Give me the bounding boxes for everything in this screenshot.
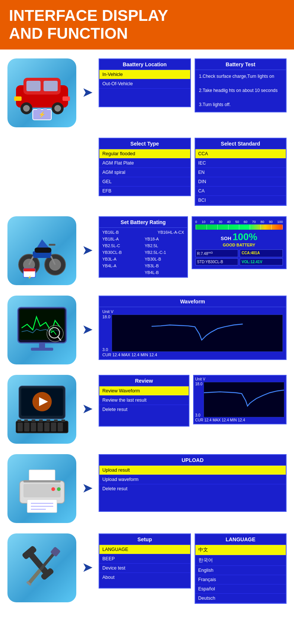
battery-location-in-vehicle[interactable]: In-Vehicle [99,70,190,79]
review-last-result[interactable]: Review the last result [99,396,189,405]
upload-icon-box [7,454,76,523]
svg-rect-9 [63,96,70,101]
svg-rect-45 [17,420,21,422]
std-bci[interactable]: BCI [195,196,286,205]
rating-item: YB30CL-B [102,249,143,255]
waveform-min: 3.0 [102,347,110,352]
upload-delete[interactable]: Delete resut [99,484,286,493]
svg-rect-46 [24,420,28,422]
review-footer: CUR 12.4 MAX 12.4 MIN 12.4 [195,418,285,422]
arrow-5: ➤ [76,375,99,417]
waveform-max: 18.0 [102,315,110,319]
panels-setup: Setup LANGUAGE BEEP Device test About LA… [99,533,287,604]
std-din[interactable]: DIN [195,177,286,186]
language-header: LANGUAGE [195,534,286,545]
svg-rect-38 [17,423,23,431]
waveform-chart [112,315,283,352]
waveform-unit: Unit V [102,309,114,314]
waveform-y-axis: 18.0 3.0 [102,315,110,352]
svg-rect-49 [47,420,50,422]
upload-waveform[interactable]: Upload waveform [99,475,286,484]
type-gel[interactable]: GEL [99,177,190,186]
panels-select-type: Select Type Regular flooded AGM Flat Pla… [99,138,287,206]
review-min-val: 3.0 [195,413,202,417]
battery-location-out-vehicle[interactable]: Out-Of-Vehicle [99,79,190,89]
setup-beep[interactable]: BEEP [99,554,190,564]
review-max-val: 18.0 [195,382,202,386]
waveform-panel: Waveform Unit V 18.0 3.0 [99,296,287,360]
upload-result[interactable]: Upload result [99,466,286,475]
moto-icon-box: ⚡ [7,216,76,285]
upload-header: UPLOAD [99,455,286,466]
car-icon-box: ⚡ [7,58,76,127]
film-icon [12,379,72,439]
header-title: INTERFACE DISPLAY AND FUNCTION [9,7,285,43]
panels-upload: UPLOAD Upload result Upload waveform Del… [99,454,287,512]
lang-korean[interactable]: 한국어 [195,555,286,566]
svg-rect-20 [35,248,51,253]
setup-device-test[interactable]: Device test [99,564,190,573]
rating-col2: YB16HL-A-CX YB18-A YB2.5L YB2.5L-C-1 YB3… [144,229,185,275]
lang-chinese[interactable]: 中文 [195,545,286,555]
std-cca[interactable]: CCA [195,149,286,159]
battery-test-panel: Battery Test 1.Check surface charge,Turn… [195,58,287,112]
review-unit: Unit V [195,377,205,381]
type-agm-flat[interactable]: AGM Flat Plate [99,159,190,168]
type-agm-spiral[interactable]: AGM spiral [99,168,190,177]
svg-rect-8 [14,96,22,101]
svg-rect-40 [31,423,36,431]
rating-item: YB18-A [144,236,185,242]
soh-panel: 0 10 20 30 40 50 60 70 80 90 100 [192,216,287,269]
review-waveform-panel: Unit V 18.0 3.0 CUR 12.4 MAX [193,375,287,424]
battery-rating-header: Set Battery Rating [99,217,187,228]
svg-text:⚡: ⚡ [38,111,46,118]
panels-battery-rating: Set Battery Rating YB16L-B YB18L-A YB2.5… [99,216,287,278]
setup-about[interactable]: About [99,573,190,582]
tools-icon [12,538,72,597]
panels-review: Review Review Waveform Review the last r… [99,375,287,427]
review-delete[interactable]: Delete resut [99,405,189,414]
svg-rect-25 [23,268,35,271]
svg-rect-50 [54,420,58,422]
section-battery-rating: ⚡ ➤ Set Battery Rating YB16L-B YB18L-A Y… [7,216,287,285]
lang-french[interactable]: Français [195,575,286,584]
rating-item: YB3L-B [144,263,185,269]
arrow-3: ➤ [76,216,99,258]
section-upload: ➤ UPLOAD Upload result Upload waveform D… [7,454,287,523]
car-icon: ⚡ [12,63,72,122]
section-setup: ➤ Setup LANGUAGE BEEP Device test About … [7,533,287,604]
soh-vol: VOL:12.41V [240,258,283,265]
svg-rect-30 [31,348,53,351]
review-waveform[interactable]: Review Waveform [99,386,189,396]
std-iec[interactable]: IEC [195,159,286,168]
svg-rect-51 [61,420,65,422]
svg-point-64 [57,487,61,491]
std-ca[interactable]: CA [195,186,286,196]
rating-item: YB18L-A [102,236,143,242]
svg-rect-44 [58,423,63,431]
type-regular-flooded[interactable]: Regular flooded [99,149,190,159]
arrow-4: ➤ [76,296,99,337]
svg-rect-48 [39,420,43,422]
rating-item: YB3L-A [102,256,143,262]
setup-icon-box [7,533,76,602]
review-y-axis: 18.0 3.0 [195,382,202,417]
review-icon-box [7,375,76,444]
std-en[interactable]: EN [195,168,286,177]
svg-rect-23 [49,244,55,246]
section-review: ➤ Review Review Waveform Review the last… [7,375,287,444]
svg-rect-54 [204,383,284,416]
lang-german[interactable]: Deutsch [195,594,286,603]
svg-rect-47 [32,420,35,422]
select-standard-header: Select Standard [195,138,286,149]
type-efb[interactable]: EFB [99,186,190,195]
lang-english[interactable]: English [195,566,286,575]
setup-language[interactable]: LANGUAGE [99,545,190,554]
review-wave-label: Unit V [195,377,285,381]
battery-location-header: Baattery Location [99,59,190,70]
svg-rect-29 [39,343,45,348]
lang-spanish[interactable]: Español [195,584,286,594]
upload-panel: UPLOAD Upload result Upload waveform Del… [99,454,287,512]
svg-rect-62 [23,480,61,482]
select-standard-panel: Select Standard CCA IEC EN DIN CA BCI [195,138,287,206]
